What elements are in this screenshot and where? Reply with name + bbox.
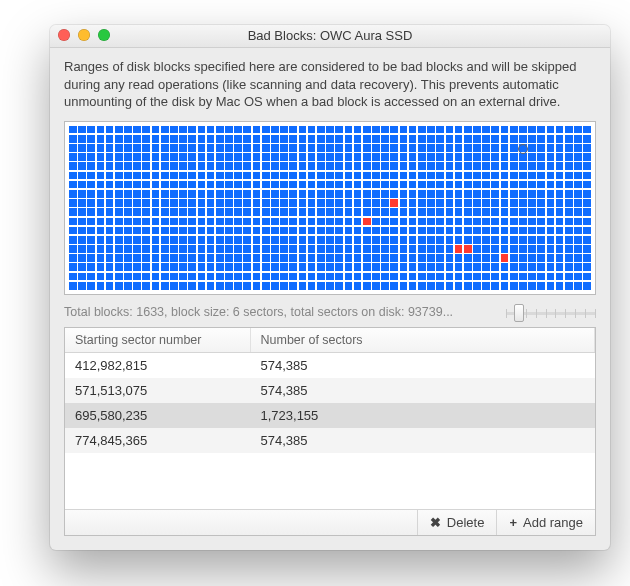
block-cell[interactable] [482, 126, 490, 134]
block-cell[interactable] [326, 227, 334, 235]
block-cell[interactable] [179, 135, 187, 143]
block-cell[interactable] [519, 126, 527, 134]
block-cell[interactable] [289, 162, 297, 170]
block-cell[interactable] [335, 236, 343, 244]
block-cell[interactable] [179, 254, 187, 262]
block-cell[interactable] [243, 254, 251, 262]
block-cell[interactable] [170, 218, 178, 226]
block-cell[interactable] [400, 245, 408, 253]
block-cell[interactable] [216, 135, 224, 143]
block-cell[interactable] [510, 208, 518, 216]
block-cell[interactable] [271, 144, 279, 152]
block-cell[interactable] [216, 227, 224, 235]
block-cell[interactable] [142, 135, 150, 143]
block-cell[interactable] [179, 273, 187, 281]
block-cell[interactable] [161, 236, 169, 244]
block-cell[interactable] [216, 144, 224, 152]
block-cell[interactable] [565, 208, 573, 216]
block-cell[interactable] [299, 218, 307, 226]
block-cell[interactable] [253, 218, 261, 226]
bad-block-cell[interactable] [455, 245, 463, 253]
block-cell[interactable] [124, 227, 132, 235]
block-cell[interactable] [345, 218, 353, 226]
block-cell[interactable] [106, 190, 114, 198]
block-cell[interactable] [198, 236, 206, 244]
block-cell[interactable] [427, 199, 435, 207]
block-cell[interactable] [537, 282, 545, 290]
block-cell[interactable] [280, 135, 288, 143]
block-cell[interactable] [198, 208, 206, 216]
block-cell[interactable] [253, 144, 261, 152]
block-cell[interactable] [528, 190, 536, 198]
block-cell[interactable] [491, 172, 499, 180]
table-row[interactable]: 412,982,815574,385 [65, 353, 595, 378]
block-cell[interactable] [482, 153, 490, 161]
block-cell[interactable] [289, 245, 297, 253]
block-cell[interactable] [427, 153, 435, 161]
block-cell[interactable] [262, 190, 270, 198]
block-cell[interactable] [400, 273, 408, 281]
block-cell[interactable] [547, 144, 555, 152]
block-cell[interactable] [253, 135, 261, 143]
block-cell[interactable] [69, 172, 77, 180]
block-cell[interactable] [409, 227, 417, 235]
block-cell[interactable] [188, 162, 196, 170]
block-cell[interactable] [87, 153, 95, 161]
block-cell[interactable] [152, 254, 160, 262]
block-cell[interactable] [133, 208, 141, 216]
block-cell[interactable] [381, 190, 389, 198]
block-cell[interactable] [473, 254, 481, 262]
block-cell[interactable] [262, 245, 270, 253]
block-cell[interactable] [87, 236, 95, 244]
block-cell[interactable] [280, 282, 288, 290]
block-cell[interactable] [317, 190, 325, 198]
block-cell[interactable] [574, 236, 582, 244]
block-cell[interactable] [565, 181, 573, 189]
block-cell[interactable] [234, 273, 242, 281]
block-cell[interactable] [510, 162, 518, 170]
block-cell[interactable] [556, 218, 564, 226]
block-cell[interactable] [124, 254, 132, 262]
block-cell[interactable] [556, 144, 564, 152]
block-cell[interactable] [409, 162, 417, 170]
block-cell[interactable] [152, 199, 160, 207]
block-cell[interactable] [510, 144, 518, 152]
block-cell[interactable] [87, 254, 95, 262]
block-cell[interactable] [87, 208, 95, 216]
block-cell[interactable] [390, 273, 398, 281]
block-cell[interactable] [262, 218, 270, 226]
block-cell[interactable] [473, 153, 481, 161]
block-cell[interactable] [556, 162, 564, 170]
block-cell[interactable] [225, 162, 233, 170]
block-cell[interactable] [427, 135, 435, 143]
block-cell[interactable] [179, 208, 187, 216]
block-cell[interactable] [510, 236, 518, 244]
block-cell[interactable] [501, 273, 509, 281]
block-cell[interactable] [289, 263, 297, 271]
block-cell[interactable] [69, 199, 77, 207]
block-cell[interactable] [381, 153, 389, 161]
block-cell[interactable] [537, 245, 545, 253]
block-cell[interactable] [115, 282, 123, 290]
block-cell[interactable] [390, 126, 398, 134]
block-cell[interactable] [455, 218, 463, 226]
block-cell[interactable] [354, 218, 362, 226]
block-cell[interactable] [142, 263, 150, 271]
block-cell[interactable] [464, 227, 472, 235]
block-cell[interactable] [152, 172, 160, 180]
block-cell[interactable] [418, 218, 426, 226]
block-cell[interactable] [133, 263, 141, 271]
block-cell[interactable] [262, 282, 270, 290]
block-cell[interactable] [170, 254, 178, 262]
block-cell[interactable] [97, 153, 105, 161]
block-cell[interactable] [253, 181, 261, 189]
block-cell[interactable] [400, 190, 408, 198]
block-cell[interactable] [491, 135, 499, 143]
block-cell[interactable] [69, 282, 77, 290]
block-cell[interactable] [170, 273, 178, 281]
block-cell[interactable] [170, 153, 178, 161]
block-cell[interactable] [198, 162, 206, 170]
block-cell[interactable] [234, 190, 242, 198]
block-cell[interactable] [216, 199, 224, 207]
block-cell[interactable] [207, 236, 215, 244]
